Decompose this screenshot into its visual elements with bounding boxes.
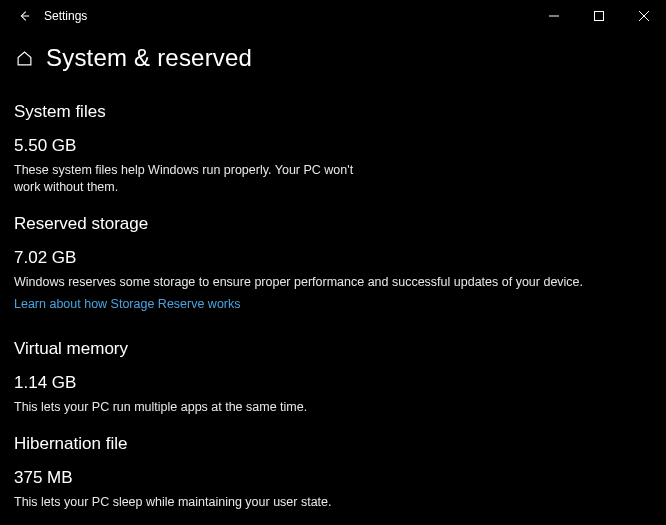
system-files-value: 5.50 GB — [14, 136, 652, 156]
virtual-memory-desc: This lets your PC run multiple apps at t… — [14, 399, 634, 416]
reserved-storage-link[interactable]: Learn about how Storage Reserve works — [14, 297, 241, 311]
hibernation-file-value: 375 MB — [14, 468, 652, 488]
back-button[interactable] — [8, 0, 40, 32]
maximize-icon — [594, 11, 604, 21]
reserved-storage-desc: Windows reserves some storage to ensure … — [14, 274, 634, 291]
minimize-button[interactable] — [531, 0, 576, 32]
window-controls — [531, 0, 666, 32]
reserved-storage-heading: Reserved storage — [14, 214, 652, 234]
titlebar: Settings — [0, 0, 666, 32]
system-files-heading: System files — [14, 102, 652, 122]
section-reserved-storage: Reserved storage 7.02 GB Windows reserve… — [14, 214, 652, 311]
page-title: System & reserved — [46, 44, 252, 72]
section-system-files: System files 5.50 GB These system files … — [14, 102, 652, 196]
arrow-left-icon — [17, 9, 31, 23]
hibernation-file-desc: This lets your PC sleep while maintainin… — [14, 494, 634, 511]
page-header: System & reserved — [0, 32, 666, 80]
maximize-button[interactable] — [576, 0, 621, 32]
close-button[interactable] — [621, 0, 666, 32]
app-title: Settings — [44, 9, 87, 23]
reserved-storage-value: 7.02 GB — [14, 248, 652, 268]
virtual-memory-heading: Virtual memory — [14, 339, 652, 359]
minimize-icon — [549, 11, 559, 21]
content: System files 5.50 GB These system files … — [0, 80, 666, 524]
section-virtual-memory: Virtual memory 1.14 GB This lets your PC… — [14, 339, 652, 416]
hibernation-file-heading: Hibernation file — [14, 434, 652, 454]
close-icon — [639, 11, 649, 21]
virtual-memory-value: 1.14 GB — [14, 373, 652, 393]
system-files-desc: These system files help Windows run prop… — [14, 162, 374, 196]
section-hibernation-file: Hibernation file 375 MB This lets your P… — [14, 434, 652, 511]
home-icon — [16, 50, 33, 67]
home-button[interactable] — [14, 50, 34, 67]
svg-rect-1 — [594, 12, 603, 21]
